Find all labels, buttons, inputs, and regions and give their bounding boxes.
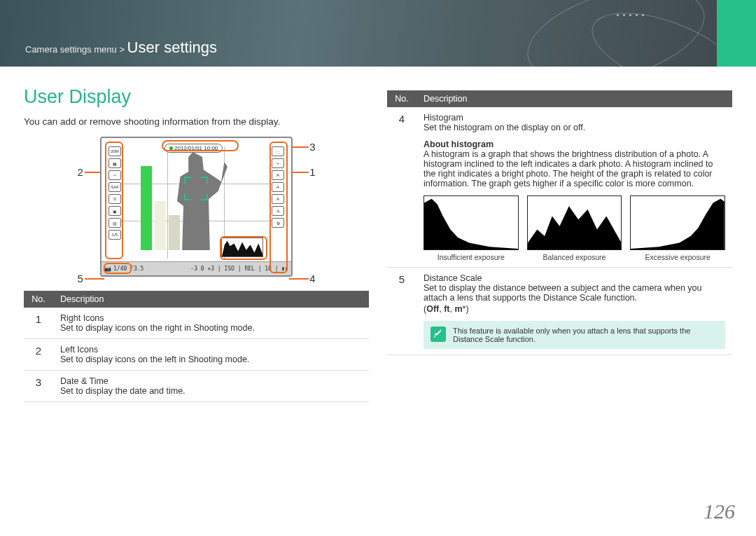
subheading: About histogram bbox=[424, 139, 725, 149]
note-box: This feature is available only when you … bbox=[424, 321, 725, 349]
display-callout: 2 1 3 4 5 2012/01/01 10:00 20M▦+SAFS▣▥ bbox=[71, 137, 323, 277]
camera-display-mock: 2012/01/01 10:00 20M▦+SAFS▣▥1/5 ⬚+AAA✎⚙ … bbox=[100, 137, 293, 277]
svg-marker-2 bbox=[528, 206, 622, 249]
th-desc: Description bbox=[53, 291, 369, 308]
roi-date bbox=[162, 140, 239, 151]
section-tab bbox=[717, 0, 756, 67]
page-title: User Display bbox=[24, 86, 369, 108]
note-icon bbox=[430, 327, 446, 342]
focus-brackets bbox=[184, 177, 208, 200]
table-row: 1 Right IconsSet to display icons on the… bbox=[24, 308, 369, 339]
callout-num-5: 5 bbox=[78, 273, 83, 284]
table-row: 2 Left IconsSet to display icons on the … bbox=[24, 339, 369, 371]
header-banner: Camera settings menu > User settings bbox=[0, 0, 756, 67]
svg-marker-1 bbox=[424, 199, 518, 249]
breadcrumb-title: User settings bbox=[127, 39, 217, 56]
roi-distance bbox=[104, 263, 132, 274]
roi-left-icons bbox=[105, 142, 123, 259]
roi-histogram bbox=[220, 236, 267, 260]
decor-dots bbox=[617, 14, 644, 16]
left-column: User Display You can add or remove shoot… bbox=[24, 86, 369, 402]
callout-num-2: 2 bbox=[78, 166, 83, 178]
th-desc: Description bbox=[416, 90, 732, 107]
hist-insufficient bbox=[424, 195, 519, 250]
description-table-right: No. Description 4 Histogram Set the hist… bbox=[387, 90, 732, 355]
breadcrumb-prefix: Camera settings menu > bbox=[25, 44, 127, 55]
callout-num-4: 4 bbox=[309, 273, 315, 284]
table-row: 4 Histogram Set the histogram on the dis… bbox=[387, 107, 732, 268]
th-no: No. bbox=[24, 291, 53, 308]
right-column: No. Description 4 Histogram Set the hist… bbox=[387, 86, 732, 402]
roi-right-icons bbox=[270, 142, 288, 273]
page-number: 126 bbox=[704, 500, 735, 523]
histogram-examples: Insufficient exposure Balanced exposure bbox=[424, 195, 725, 261]
table-row: 3 Date & TimeSet to display the date and… bbox=[24, 371, 369, 402]
table-row: 5 Distance Scale Set to display the dist… bbox=[387, 268, 732, 355]
hist-excessive bbox=[630, 195, 725, 250]
callout-num-1: 1 bbox=[309, 166, 315, 178]
description-table-left: No. Description 1 Right IconsSet to disp… bbox=[24, 291, 369, 402]
svg-marker-3 bbox=[631, 199, 724, 249]
callout-num-3: 3 bbox=[309, 141, 315, 153]
hist-balanced bbox=[527, 195, 622, 250]
th-no: No. bbox=[387, 90, 416, 107]
breadcrumb: Camera settings menu > User settings bbox=[25, 39, 217, 57]
intro-text: You can add or remove shooting informati… bbox=[24, 116, 369, 127]
